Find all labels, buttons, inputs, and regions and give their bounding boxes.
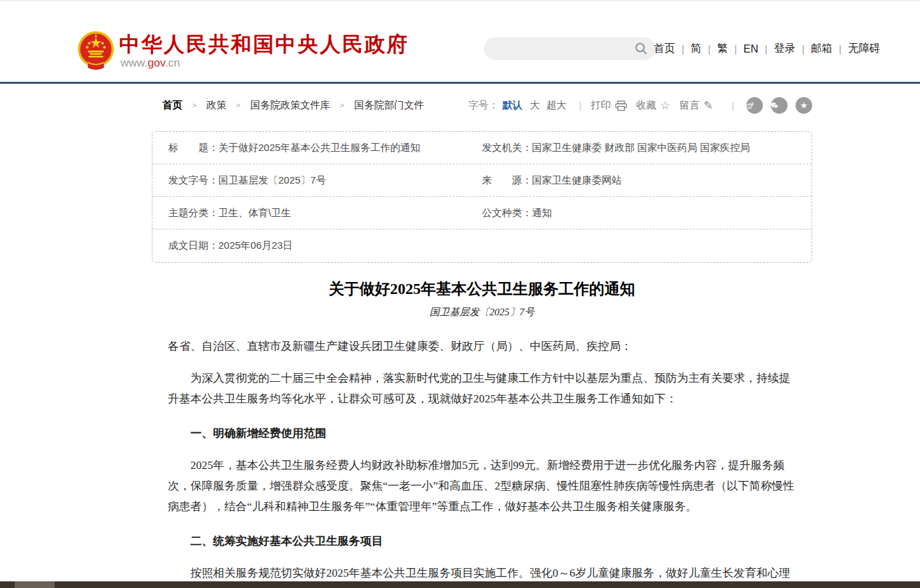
search-input[interactable] <box>484 43 634 54</box>
printer-icon[interactable] <box>615 100 627 111</box>
document-body: 各省、自治区、直辖市及新疆生产建设兵团卫生健康委、财政厅（局）、中医药局、疾控局… <box>168 336 796 588</box>
document-article: 关于做好2025年基本公共卫生服务工作的通知 国卫基层发〔2025〕7号 各省、… <box>152 279 812 588</box>
breadcrumb-separator: ＞ <box>338 100 346 111</box>
national-emblem-logo <box>75 29 117 72</box>
footer-top-edge <box>0 581 920 588</box>
nav-simplified[interactable]: 简 <box>684 42 708 56</box>
qzone-share-icon[interactable]: ★ <box>796 97 812 114</box>
meta-type-label: 公文种类： <box>482 207 532 218</box>
wechat-share-icon[interactable] <box>771 97 788 114</box>
nav-home[interactable]: 首页 <box>647 42 682 56</box>
meta-row-title-agency: 标 题：关于做好2025年基本公共卫生服务工作的通知 发文机关：国家卫生健康委 … <box>152 132 811 164</box>
meta-date: 成文日期：2025年06月23日 <box>152 239 482 252</box>
meta-row-number-source: 发文字号：国卫基层发〔2025〕7号 来 源：国家卫生健康委网站 <box>152 164 811 197</box>
weibo-share-icon[interactable] <box>746 97 763 114</box>
breadcrumb-policy[interactable]: 政策 <box>206 99 226 112</box>
share-buttons: ★ <box>746 97 812 114</box>
meta-topic-category: 主题分类：卫生、体育\卫生 <box>152 207 482 220</box>
fontsize-label: 字号： <box>469 99 499 112</box>
nav-accessibility[interactable]: 无障碍 <box>841 42 887 56</box>
meta-doc-number: 发文字号：国卫基层发〔2025〕7号 <box>152 174 482 187</box>
document-number: 国卫基层发〔2025〕7号 <box>168 306 796 319</box>
meta-type-value: 通知 <box>532 207 552 218</box>
crumb-toolbar-row: 首页 ＞ 政策 ＞ 国务院政策文件库 ＞ 国务院部门文件 字号： 默认 大 超大… <box>152 84 812 122</box>
breadcrumb-policy-library[interactable]: 国务院政策文件库 <box>250 99 330 112</box>
meta-date-label: 成文日期： <box>168 239 218 251</box>
fontsize-xlarge-button[interactable]: 超大 <box>547 99 567 112</box>
meta-number-value: 国卫基层发〔2025〕7号 <box>218 174 326 186</box>
meta-title: 标 题：关于做好2025年基本公共卫生服务工作的通知 <box>152 142 482 154</box>
url-cn: .cn <box>165 57 180 69</box>
print-button[interactable]: 打印 <box>591 99 611 112</box>
site-title: 中华人民共和国中央人民政府 <box>119 31 409 59</box>
section-heading-2: 二、统筹实施好基本公共卫生服务项目 <box>168 531 796 551</box>
footer-edge-segment <box>15 581 55 588</box>
meta-title-label: 标 题： <box>168 142 218 153</box>
main-content: 首页 ＞ 政策 ＞ 国务院政策文件库 ＞ 国务院部门文件 字号： 默认 大 超大… <box>152 84 812 588</box>
pencil-icon[interactable]: ✎ <box>704 98 713 112</box>
url-www: www. <box>120 57 148 69</box>
meta-row-category-type: 主题分类：卫生、体育\卫生 公文种类：通知 <box>152 197 811 229</box>
nav-english[interactable]: EN <box>737 43 765 55</box>
meta-row-date: 成文日期：2025年06月23日 <box>152 229 811 262</box>
meta-source: 来 源：国家卫生健康委网站 <box>482 174 811 187</box>
meta-agency-value: 国家卫生健康委 财政部 国家中医药局 国家疾控局 <box>532 142 750 153</box>
nav-mail[interactable]: 邮箱 <box>804 42 839 56</box>
meta-doc-type: 公文种类：通知 <box>482 207 811 220</box>
meta-title-value: 关于做好2025年基本公共卫生服务工作的通知 <box>218 142 420 153</box>
meta-category-value: 卫生、体育\卫生 <box>218 207 291 218</box>
fontsize-default-button[interactable]: 默认 <box>503 99 523 112</box>
site-url: www.gov.cn <box>120 57 180 70</box>
breadcrumb-separator: ＞ <box>234 100 242 111</box>
section-heading-1: 一、明确新增经费使用范围 <box>168 423 796 444</box>
search-box[interactable] <box>484 37 656 60</box>
breadcrumb-department-documents[interactable]: 国务院部门文件 <box>354 99 424 112</box>
paragraph: 2025年，基本公共卫生服务经费人均财政补助标准增加5元，达到99元。新增经费用… <box>168 455 796 517</box>
fontsize-large-button[interactable]: 大 <box>530 99 540 112</box>
comment-button[interactable]: 留言 <box>680 99 700 112</box>
breadcrumb: 首页 ＞ 政策 ＞ 国务院政策文件库 ＞ 国务院部门文件 <box>162 99 424 112</box>
url-gov: gov <box>148 57 165 69</box>
toolbar-divider: | <box>579 100 582 111</box>
search-icon[interactable] <box>634 42 648 55</box>
breadcrumb-home[interactable]: 首页 <box>162 99 182 112</box>
page-toolbar: 字号： 默认 大 超大 | 打印 收藏 ☆ 留言 ✎ | <box>469 97 812 114</box>
meta-agency-label: 发文机关： <box>482 142 532 153</box>
meta-category-label: 主题分类： <box>168 207 218 218</box>
meta-number-label: 发文字号： <box>168 174 218 186</box>
paragraph-salutation: 各省、自治区、直辖市及新疆生产建设兵团卫生健康委、财政厅（局）、中医药局、疾控局… <box>168 336 796 357</box>
document-meta-table: 标 题：关于做好2025年基本公共卫生服务工作的通知 发文机关：国家卫生健康委 … <box>152 131 812 263</box>
nav-traditional[interactable]: 繁 <box>710 42 734 56</box>
favorite-button[interactable]: 收藏 <box>636 99 656 112</box>
paragraph: 为深入贯彻党的二十届三中全会精神，落实新时代党的卫生与健康工作方针中以基层为重点… <box>168 368 796 409</box>
toolbar-divider: | <box>732 100 734 111</box>
meta-issuing-agency: 发文机关：国家卫生健康委 财政部 国家中医药局 国家疾控局 <box>482 142 811 154</box>
top-nav: 首页| 简| 繁| EN| 登录| 邮箱| 无障碍 <box>647 42 887 56</box>
breadcrumb-separator: ＞ <box>190 100 198 111</box>
meta-date-value: 2025年06月23日 <box>218 239 293 251</box>
site-header: 中华人民共和国中央人民政府 www.gov.cn 首页| 简| 繁| EN| 登… <box>0 0 920 84</box>
meta-source-label: 来 源： <box>482 174 532 186</box>
meta-source-value: 国家卫生健康委网站 <box>532 174 622 186</box>
nav-login[interactable]: 登录 <box>768 42 802 56</box>
star-icon[interactable]: ☆ <box>660 98 670 112</box>
document-title: 关于做好2025年基本公共卫生服务工作的通知 <box>168 279 796 299</box>
